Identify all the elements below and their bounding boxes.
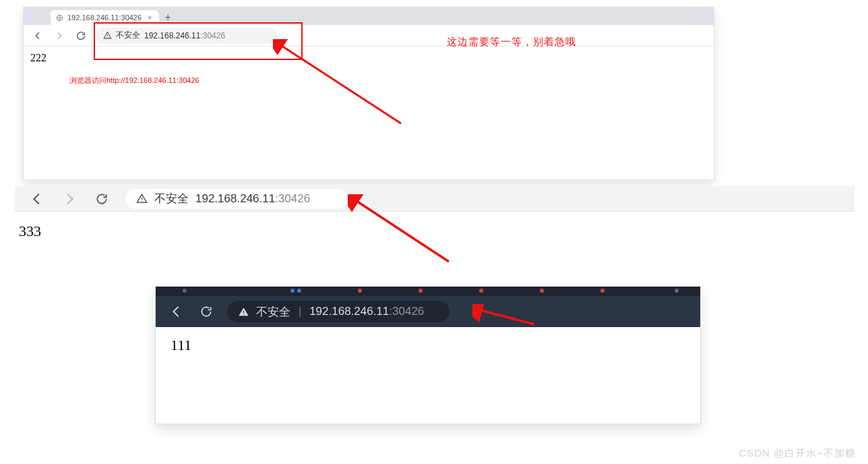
reload-button[interactable] (93, 190, 111, 208)
forward-button[interactable] (61, 190, 78, 208)
svg-point-3 (243, 314, 244, 314)
url-text: 192.168.246.11:30426 (309, 305, 424, 318)
tab-title: 192.168.246.11:30426 (67, 13, 142, 22)
insecure-label: 不安全 (256, 304, 290, 320)
url-text: 192.168.246.11:30426 (195, 192, 310, 206)
back-button[interactable] (30, 28, 45, 43)
annotation-caption: 浏览器访问http://192.168.246.11:30426 (69, 76, 199, 86)
url-text: 192.168.246.11:30426 (144, 31, 225, 40)
forward-button[interactable] (52, 28, 67, 43)
screenshot-1-browser-light: 192.168.246.11:30426 × + 不安全 192.168.246… (23, 7, 714, 180)
page-content: 333 (15, 212, 855, 251)
arrow-right-icon (54, 30, 65, 41)
separator: | (299, 306, 301, 318)
nav-toolbar: 不安全 192.168.246.11:30426 (15, 186, 855, 212)
arrow-left-icon (30, 192, 44, 206)
back-button[interactable] (28, 190, 46, 208)
annotation-note: 这边需要等一等，别着急哦 (447, 36, 576, 49)
address-bar[interactable]: 不安全 192.168.246.11:30426 (125, 189, 348, 209)
page-content: 111 (158, 327, 698, 424)
page-content: 222 (24, 47, 714, 69)
new-tab-button[interactable]: + (160, 10, 175, 25)
warning-triangle-icon (238, 306, 249, 318)
browser-tab[interactable]: 192.168.246.11:30426 × (51, 10, 159, 25)
tab-strip: 192.168.246.11:30426 × + (24, 7, 714, 25)
arrow-left-icon (32, 30, 43, 41)
close-tab-button[interactable]: × (146, 13, 154, 22)
reload-icon (95, 192, 108, 206)
watermark: CSDN @白开水~不加糖 (739, 447, 856, 460)
insecure-label: 不安全 (154, 191, 189, 206)
arrow-left-icon (169, 304, 184, 319)
back-button[interactable] (168, 303, 185, 320)
globe-icon (56, 14, 63, 22)
tab-strip-dark (156, 287, 700, 296)
nav-toolbar: 不安全 192.168.246.11:30426 (24, 25, 714, 47)
reload-button[interactable] (197, 303, 215, 320)
screenshot-3-browser-dark: 不安全 | 192.168.246.11:30426 111 (155, 286, 701, 424)
screenshot-2-browser-light-zoom: 不安全 192.168.246.11:30426 333 (15, 186, 855, 251)
address-bar[interactable]: 不安全 192.168.246.11:30426 (95, 28, 277, 44)
warning-triangle-icon (103, 31, 112, 40)
reload-button[interactable] (73, 28, 88, 43)
nav-toolbar: 不安全 | 192.168.246.11:30426 (156, 296, 700, 327)
arrow-right-icon (62, 192, 77, 206)
warning-triangle-icon (136, 193, 148, 204)
reload-icon (75, 30, 86, 41)
insecure-label: 不安全 (116, 30, 140, 41)
reload-icon (199, 305, 213, 318)
address-bar[interactable]: 不安全 | 192.168.246.11:30426 (227, 301, 450, 322)
